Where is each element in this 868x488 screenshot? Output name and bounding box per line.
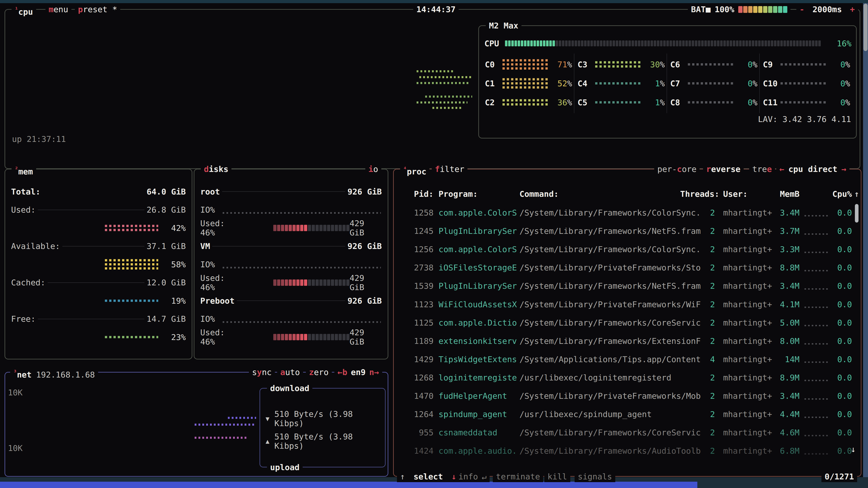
cpu-meter-block	[745, 40, 748, 46]
kill-button[interactable]: kill	[544, 471, 570, 482]
filter-button[interactable]: filter	[432, 164, 467, 175]
process-pid: 1470	[399, 391, 434, 400]
process-row[interactable]: 1268loginitemregiste/usr/libexec/loginit…	[394, 368, 865, 387]
interface-name: en9	[351, 367, 366, 377]
leader-dots	[804, 325, 829, 326]
selection-position: 0/1271	[822, 471, 857, 482]
process-row[interactable]: 1424com.apple.audio./System/Library/Fram…	[394, 442, 865, 460]
core-usage-dots	[502, 59, 548, 70]
terminal-scrollbar-thumb[interactable]	[864, 4, 868, 51]
cpu-meter-block	[663, 40, 666, 46]
cpu-meter-block	[657, 40, 659, 46]
tab-mem[interactable]: ²mem	[11, 164, 36, 175]
auto-button[interactable]: auto	[277, 367, 303, 378]
net-graph-dots	[195, 437, 248, 439]
cpu-meter-block	[568, 40, 571, 46]
cpu-meter-block	[739, 40, 742, 46]
core-percent: 0%	[829, 98, 850, 107]
cpu-meter-block	[540, 40, 542, 46]
mem-meter	[105, 300, 158, 302]
col-header-cpu[interactable]: Cpu%	[825, 189, 852, 199]
proc-scrollbar-thumb[interactable]	[855, 204, 859, 223]
process-row[interactable]: 1245PlugInLibrarySer/System/Library/Fram…	[394, 222, 865, 240]
interval-minus-button[interactable]: -	[800, 5, 804, 14]
process-threads: 2	[699, 428, 715, 437]
process-command: /System/Library/Frameworks/AudioToolb	[520, 446, 699, 455]
core-name: C11	[763, 98, 780, 107]
process-cpu: 0.0	[829, 446, 852, 455]
tab-cpu[interactable]: ¹cpu	[11, 4, 36, 15]
process-user: mhartingt+	[723, 300, 773, 309]
cpu-meter-block	[631, 40, 634, 46]
net-axis-top: 10K	[8, 388, 23, 397]
process-row[interactable]: 1189extensionkitserv/System/Library/Fram…	[394, 332, 865, 350]
process-program: com.apple.ColorS	[438, 208, 515, 217]
process-row[interactable]: 1123WiFiCloudAssetsX/System/Library/Priv…	[394, 295, 865, 314]
sort-direction-icon[interactable]: ↑	[854, 189, 859, 199]
sort-selector[interactable]: ←cpu direct→	[776, 164, 849, 175]
mem-stat-value: 37.1 GiB	[147, 241, 186, 251]
load-average: LAV: 3.42 3.76 4.11	[758, 115, 851, 124]
mem-total-label: Total:	[11, 187, 40, 196]
cpu-meter-block	[777, 40, 780, 46]
tab-proc[interactable]: ⁴proc	[400, 164, 430, 175]
io-mode-button[interactable]: io	[365, 164, 381, 175]
process-row[interactable]: 1256com.apple.ColorS/System/Library/Fram…	[394, 240, 865, 258]
process-command: /System/Library/Frameworks/NetFS.fram	[520, 281, 699, 291]
select-control[interactable]: ↑ select ↓	[397, 471, 460, 482]
process-user: mhartingt+	[723, 410, 773, 419]
process-row[interactable]: 1264spindump_agent/usr/libexec/spindump_…	[394, 405, 865, 423]
disk-used-value: 429 GiB	[349, 328, 382, 346]
cpu-meter-block	[530, 40, 533, 46]
net-ip: 192.168.1.68	[36, 370, 95, 379]
core-cell: C70%	[668, 74, 760, 93]
col-header-memb[interactable]: MemB	[772, 189, 800, 199]
cpu-meter-block	[559, 40, 561, 46]
cpu-meter-block	[521, 40, 523, 46]
dock-indigo-bar	[0, 482, 698, 488]
cpu-box: ¹cpu menu preset * 14:44:37 BAT■ 100% - …	[4, 9, 860, 169]
col-header-threads[interactable]: Threads:	[680, 189, 716, 199]
interface-switcher[interactable]: ←ben9n→	[334, 367, 382, 378]
col-header-pid[interactable]: Pid:	[399, 189, 434, 199]
process-row[interactable]: 1470fudHelperAgent/System/Library/Privat…	[394, 387, 865, 405]
terminate-button[interactable]: terminate	[493, 471, 543, 482]
col-header-user[interactable]: User:	[723, 189, 747, 199]
disk-used-block	[296, 334, 300, 340]
interval-plus-button[interactable]: +	[850, 5, 855, 14]
process-row[interactable]: 955csnameddatad/System/Library/Framework…	[394, 423, 865, 442]
process-row[interactable]: 2738iOSFilesStorageE/System/Library/Priv…	[394, 258, 865, 277]
preset-button[interactable]: preset *	[75, 4, 120, 15]
process-row[interactable]: 1429TipsWidgetExtens/System/Applications…	[394, 350, 865, 368]
zero-button[interactable]: zero	[306, 367, 332, 378]
process-row[interactable]: 1539PlugInLibrarySer/System/Library/Fram…	[394, 277, 865, 295]
process-cpu: 0.0	[829, 263, 852, 272]
sort-right-arrow-icon: →	[841, 164, 846, 174]
menu-button[interactable]: menu	[45, 4, 71, 15]
core-usage-dots	[780, 63, 826, 66]
cpu-meter-block	[698, 40, 701, 46]
process-row[interactable]: 1125com.apple.Dictio/System/Library/Fram…	[394, 314, 865, 332]
tab-disks[interactable]: disks	[201, 164, 231, 175]
tree-button[interactable]: tree	[749, 164, 775, 175]
tab-net[interactable]: ³net192.168.1.68	[10, 367, 98, 378]
sync-button[interactable]: sync	[249, 367, 275, 378]
process-cpu: 0.0	[829, 373, 852, 382]
mem-stat-value: 26.8 GiB	[147, 205, 186, 215]
cpu-meter-block	[651, 40, 653, 46]
process-user: mhartingt+	[723, 318, 773, 327]
mem-stat-meter-row: 42%	[10, 219, 187, 237]
process-row[interactable]: 1258com.apple.ColorS/System/Library/Fram…	[394, 203, 865, 222]
reverse-button[interactable]: reverse	[703, 164, 744, 175]
col-header-program[interactable]: Program:	[438, 189, 477, 199]
per-core-button[interactable]: per-core	[654, 164, 700, 175]
info-button[interactable]: info↵	[455, 471, 490, 482]
process-user: mhartingt+	[723, 373, 773, 382]
cpu-meter-block	[587, 40, 590, 46]
signals-button[interactable]: signals	[575, 471, 615, 482]
core-divider	[666, 54, 667, 113]
leader-line	[38, 319, 144, 319]
disk-used-label: Used: 46%	[200, 219, 242, 237]
col-header-command[interactable]: Command:	[520, 189, 559, 199]
disks-box: disks io root926 GiBIO%Used: 46%429 GiBV…	[194, 169, 388, 359]
